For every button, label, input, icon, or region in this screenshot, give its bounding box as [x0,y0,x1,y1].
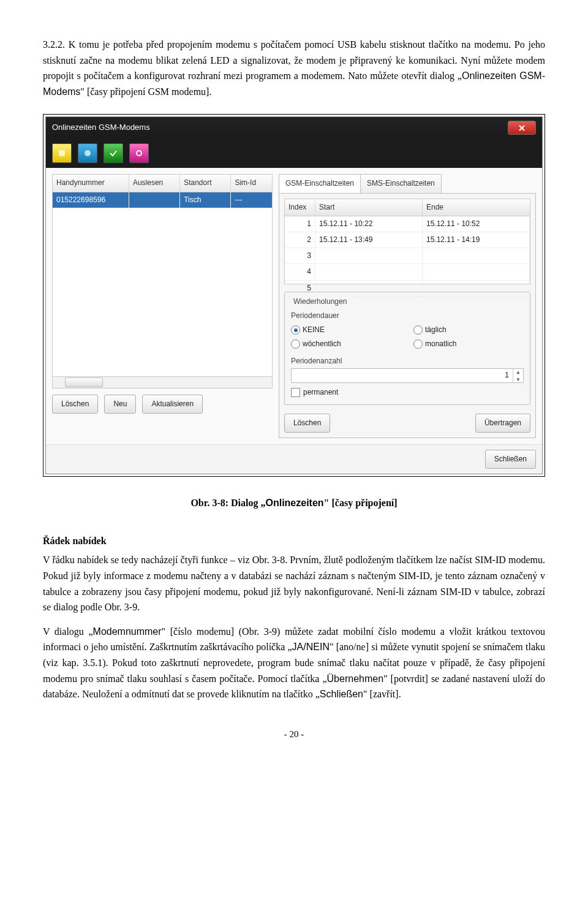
table-row[interactable]: 5 [285,281,530,297]
col-start[interactable]: Start [315,199,423,216]
cell-handynummer: 015222698596 [53,192,129,208]
cell-ende: 15.12.11 - 10:52 [423,216,530,232]
chevron-up-icon[interactable]: ▲ [513,369,523,377]
neu-button[interactable]: Neu [104,395,136,414]
right-pane: GSM-Einschaltzeiten SMS-Einschaltzeiten … [279,174,536,438]
radio-icon [413,325,423,335]
loeschen-right-button[interactable]: Löschen [284,414,330,433]
figure-caption: Obr. 3-8: Dialog „Onlinezeiten" [časy př… [43,495,545,511]
tab-body: Index Start Ende 1 15.12.11 - 10:22 15.1… [279,193,536,439]
cell-start [315,264,423,280]
chevron-down-icon[interactable]: ▼ [513,376,523,384]
col-standort[interactable]: Standort [180,175,231,191]
stepper-arrows[interactable]: ▲▼ [513,369,523,382]
col-auslesen[interactable]: Auslesen [129,175,180,191]
radio-icon [291,339,300,349]
group-title: Wiederholungen [291,296,349,308]
loeschen-left-button[interactable]: Löschen [52,395,98,414]
radio-woechentlich[interactable]: wöchentlich [291,338,401,350]
left-button-row: Löschen Neu Aktualisieren [52,395,273,414]
toolbar-btn-simid[interactable] [52,143,72,163]
cell-ende [423,248,530,264]
tab-sms[interactable]: SMS-Einschaltzeiten [360,174,442,192]
radio-label: täglich [425,324,447,336]
cell-index: 2 [285,232,315,248]
table-row[interactable]: 1 15.12.11 - 10:22 15.12.11 - 10:52 [285,216,530,232]
p3a-code: Modemnummer [93,626,162,637]
checkbox-icon [291,388,300,397]
p3c-code: Übernehmen [327,673,384,684]
right-button-row: Löschen Übertragen [284,414,530,433]
aktualisieren-button[interactable]: Aktualisieren [142,395,203,414]
stepper-value: 1 [292,369,513,382]
left-pane: Handynummer Auslesen Standort Sim-Id 015… [52,174,273,438]
label-periodendauer: Periodendauer [291,310,524,322]
cell-ende [423,281,530,297]
radio-keine[interactable]: KEINE [291,324,401,336]
cell-start [315,281,423,297]
left-grid-body[interactable]: 015222698596 Tisch --- [52,192,273,377]
col-handynummer[interactable]: Handynummer [53,175,129,191]
col-ende[interactable]: Ende [423,199,530,216]
checkbox-label: permanent [303,387,338,398]
radio-taeglich[interactable]: täglich [413,324,524,336]
uebertragen-button[interactable]: Übertragen [475,414,530,433]
close-icon[interactable] [508,121,536,135]
cell-ende [423,264,530,280]
cell-standort: Tisch [180,192,231,208]
label-periodenanzahl: Periodenanzahl [291,355,524,367]
table-row[interactable]: 2 15.12.11 - 13:49 15.12.11 - 14:19 [285,232,530,248]
times-body[interactable]: 1 15.12.11 - 10:22 15.12.11 - 10:52 2 15… [284,216,530,284]
cap-b: " [časy připojení] [324,498,398,508]
toolbar-btn-2[interactable] [78,143,97,163]
p3d-tail: " [zavřít]. [363,689,401,699]
radio-label: KEINE [303,324,325,336]
col-index[interactable]: Index [285,199,315,216]
dialog-footer: Schließen [46,444,542,474]
toolbar-btn-4[interactable] [129,143,149,163]
radio-label: monatlich [425,338,456,350]
checkbox-permanent[interactable]: permanent [291,387,524,398]
schliessen-button[interactable]: Schließen [485,450,536,469]
cell-simid: --- [231,192,272,208]
dialog-title: Onlinezeiten GSM-Modems [52,121,150,134]
periodenanzahl-stepper[interactable]: 1 ▲▼ [291,368,524,383]
cell-start [315,248,423,264]
section-heading: Řádek nabídek [43,533,545,549]
p3b-code: JA/NEIN [292,642,330,652]
radio-icon [291,325,300,335]
svg-point-1 [85,150,91,156]
dialog-titlebar: Onlinezeiten GSM-Modems [46,117,542,138]
paragraph-2: V řádku nabídek se tedy nacházejí čtyři … [43,552,545,615]
dialog-body: Handynummer Auslesen Standort Sim-Id 015… [46,168,542,444]
page-number: - 20 - [43,727,545,741]
tabs: GSM-Einschaltzeiten SMS-Einschaltzeiten [279,174,536,192]
cap-a: Obr. 3-8: Dialog „ [190,498,265,508]
table-row[interactable]: 4 [285,264,530,280]
toolbar-btn-3[interactable] [104,143,123,163]
cap-code: Onlinezeiten [265,498,323,508]
radio-label: wöchentlich [303,338,341,350]
table-row[interactable]: 3 [285,248,530,264]
scroll-thumb[interactable] [65,377,103,387]
p1-tail: " [časy připojení GSM modemu]. [80,86,211,97]
tab-gsm[interactable]: GSM-Einschaltzeiten [279,174,361,192]
svg-rect-0 [59,150,65,156]
radio-monatlich[interactable]: monatlich [413,338,524,350]
cell-index: 3 [285,248,315,264]
cell-start: 15.12.11 - 13:49 [315,232,423,248]
radio-icon [413,339,423,349]
toolbar [46,138,542,168]
cell-ende: 15.12.11 - 14:19 [423,232,530,248]
col-simid[interactable]: Sim-Id [231,175,272,191]
figure-container: Onlinezeiten GSM-Modems Handynummer Ausl… [43,114,545,477]
cell-start: 15.12.11 - 10:22 [315,216,423,232]
horizontal-scrollbar[interactable] [52,377,273,388]
group-wiederholungen: Wiederholungen Periodendauer KEINE tägli… [284,292,530,405]
table-row[interactable]: 015222698596 Tisch --- [53,192,272,208]
paragraph-3: V dialogu „Modemnummer" [číslo modemu] (… [43,624,545,702]
svg-point-2 [137,151,141,156]
dialog-onlinezeiten: Onlinezeiten GSM-Modems Handynummer Ausl… [45,116,543,474]
cell-auslesen [129,192,180,208]
paragraph-1: 3.2.2. K tomu je potřeba před propojením… [43,37,545,99]
